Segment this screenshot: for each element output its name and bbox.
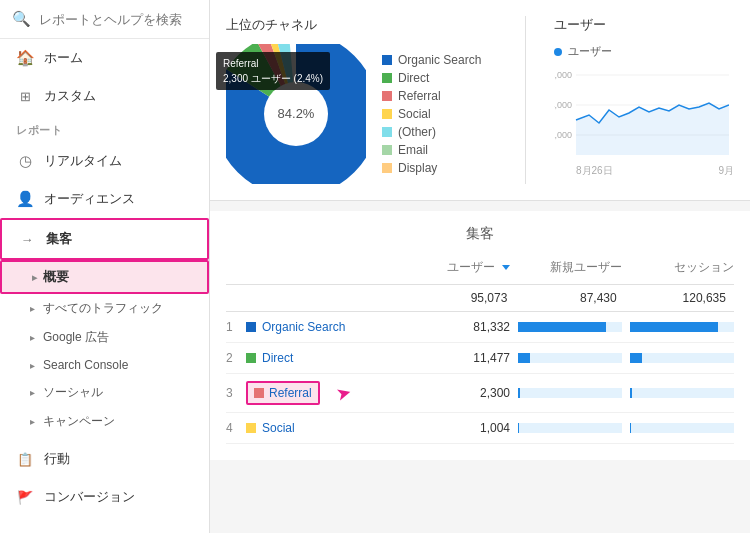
acquisition-icon: → [18, 230, 36, 248]
sidebar-item-home[interactable]: 🏠 ホーム [0, 39, 209, 77]
bar-sessions-organic [630, 322, 734, 332]
bar-sessions-social [630, 423, 734, 433]
legend-item-display: Display [382, 161, 481, 175]
legend-label-other: (Other) [398, 125, 436, 139]
bar-fill-direct [518, 353, 530, 363]
arrow-annotation-referral: ➤ [333, 380, 353, 405]
table-heading: 集客 [226, 211, 734, 251]
channel-link-organic[interactable]: Organic Search [262, 320, 345, 334]
arrow-icon: ▸ [30, 416, 35, 427]
sidebar-googleads-label: Google 広告 [43, 329, 109, 346]
table-section: 集客 ユーザー 新規ユーザー セッション 95,073 87,430 120,6… [210, 211, 750, 460]
sidebar-social-label: ソーシャル [43, 384, 103, 401]
sidebar-item-custom[interactable]: ⊞ カスタム [0, 77, 209, 115]
bar-organic [518, 322, 630, 332]
home-icon: 🏠 [16, 49, 34, 67]
channel-link-social[interactable]: Social [262, 421, 295, 435]
sidebar-custom-label: カスタム [44, 87, 96, 105]
legend-dot-display [382, 163, 392, 173]
channel-link-direct[interactable]: Direct [262, 351, 293, 365]
legend-dot-direct [382, 73, 392, 83]
users-chart-section: ユーザー ユーザー 6,000 4,000 2,000 [554, 16, 734, 184]
bar-sessions-referral [630, 388, 734, 398]
sidebar-conversion-label: コンバージョン [44, 488, 135, 506]
table-row: 4 Social 1,004 [226, 413, 734, 444]
bar-social [518, 423, 630, 433]
cell-name-referral: 3 Referral ➤ [226, 382, 406, 404]
channel-dot-organic [246, 322, 256, 332]
bar-fill-sessions-direct [630, 353, 642, 363]
sidebar-home-label: ホーム [44, 49, 83, 67]
sidebar-item-behavior[interactable]: 📋 行動 [0, 440, 209, 478]
sidebar-item-overview[interactable]: ▸ 概要 ➤ [0, 260, 209, 294]
legend-item-referral: Referral [382, 89, 481, 103]
sidebar-campaign-label: キャンペーン [43, 413, 115, 430]
table-header: ユーザー 新規ユーザー セッション [226, 251, 734, 285]
cell-users-referral: 2,300 [406, 386, 518, 400]
sidebar-item-realtime[interactable]: ◷ リアルタイム [0, 142, 209, 180]
sidebar-alltraffic-label: すべてのトラフィック [43, 300, 163, 317]
bar-fill-sessions-social [630, 423, 631, 433]
sidebar-searchconsole-label: Search Console [43, 358, 128, 372]
channel-link-referral[interactable]: Referral [269, 386, 312, 400]
main-content: 上位のチャネル Referral 2,300 ユーザー (2.4%) [210, 0, 750, 533]
cell-users-social: 1,004 [406, 421, 518, 435]
x-label-sep: 9月 [718, 164, 734, 175]
cell-name-organic: 1 Organic Search [226, 320, 406, 334]
behavior-icon: 📋 [16, 450, 34, 468]
bar-fill-organic [518, 322, 606, 332]
search-icon: 🔍 [12, 10, 31, 28]
search-bar[interactable]: 🔍 [0, 0, 209, 39]
channel-dot-direct [246, 353, 256, 363]
sidebar-item-acquisition[interactable]: → 集客 [0, 218, 209, 260]
bar-bg-sessions-direct [630, 353, 734, 363]
users-legend-label: ユーザー [568, 44, 612, 59]
sidebar-item-social[interactable]: ▸ ソーシャル [0, 378, 209, 407]
bar-bg-organic [518, 322, 622, 332]
legend-dot-social [382, 109, 392, 119]
legend-dot-email [382, 145, 392, 155]
arrow-icon: ▸ [30, 332, 35, 343]
x-axis-labels: 8月26日 9月 [554, 164, 734, 175]
x-label-aug: 8月26日 [576, 164, 613, 175]
sidebar-item-search-console[interactable]: ▸ Search Console [0, 352, 209, 378]
custom-icon: ⊞ [16, 87, 34, 105]
sidebar-item-audience[interactable]: 👤 オーディエンス [0, 180, 209, 218]
arrow-icon: ▸ [30, 303, 35, 314]
cell-users-direct: 11,477 [406, 351, 518, 365]
legend-label-organic: Organic Search [398, 53, 481, 67]
bar-fill-referral [518, 388, 520, 398]
row-num-3: 3 [226, 386, 240, 400]
bar-fill-sessions-organic [630, 322, 718, 332]
legend-item-organic: Organic Search [382, 53, 481, 67]
legend-item-social: Social [382, 107, 481, 121]
sidebar-item-campaign[interactable]: ▸ キャンペーン [0, 407, 209, 436]
cell-name-social: 4 Social [226, 421, 406, 435]
sidebar-item-google-ads[interactable]: ▸ Google 広告 [0, 323, 209, 352]
bar-bg-referral [518, 388, 622, 398]
sidebar-item-all-traffic[interactable]: ▸ すべてのトラフィック [0, 294, 209, 323]
bar-sessions-direct [630, 353, 734, 363]
pie-chart-section: 上位のチャネル Referral 2,300 ユーザー (2.4%) [226, 16, 497, 184]
table-row: 2 Direct 11,477 [226, 343, 734, 374]
realtime-icon: ◷ [16, 152, 34, 170]
search-input[interactable] [39, 12, 197, 27]
total-row: 95,073 87,430 120,635 [226, 285, 734, 312]
total-users: 95,073 [406, 291, 515, 305]
pie-center-label: 84.2% [278, 106, 315, 121]
pie-legend: Organic Search Direct Referral Social [382, 53, 481, 175]
legend-label-direct: Direct [398, 71, 429, 85]
row-num-1: 1 [226, 320, 240, 334]
header-sessions: セッション [630, 259, 734, 276]
sidebar-audience-label: オーディエンス [44, 190, 135, 208]
cell-name-direct: 2 Direct [226, 351, 406, 365]
conversion-icon: 🚩 [16, 488, 34, 506]
bar-fill-sessions-referral [630, 388, 632, 398]
legend-label-referral: Referral [398, 89, 441, 103]
sidebar: 🔍 🏠 ホーム ⊞ カスタム レポート ◷ リアルタイム 👤 オーディエンス →… [0, 0, 210, 533]
users-chart-title: ユーザー [554, 16, 734, 34]
sidebar-item-conversion[interactable]: 🚩 コンバージョン [0, 478, 209, 516]
svg-marker-12 [576, 103, 729, 155]
audience-icon: 👤 [16, 190, 34, 208]
bar-direct [518, 353, 630, 363]
